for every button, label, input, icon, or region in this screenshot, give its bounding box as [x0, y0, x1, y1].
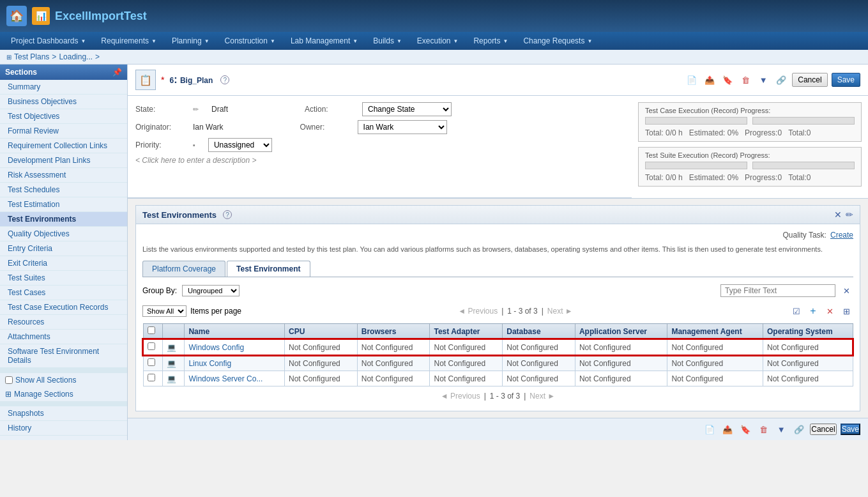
- select-all-icon[interactable]: ☑: [789, 304, 803, 318]
- sidebar-pin-icon[interactable]: 📌: [112, 68, 122, 77]
- next-page-top[interactable]: Next ►: [547, 307, 573, 316]
- cancel-button-top[interactable]: Cancel: [792, 73, 827, 87]
- add-row-icon[interactable]: +: [806, 304, 820, 318]
- export-icon[interactable]: 📤: [703, 73, 717, 87]
- prev-page-bottom[interactable]: ◄ Previous: [441, 392, 480, 401]
- sidebar-item-resources[interactable]: Resources: [0, 315, 127, 330]
- nav-execution[interactable]: Execution ▼: [409, 32, 466, 50]
- row-checkbox[interactable]: [148, 358, 155, 366]
- nav-change-requests[interactable]: Change Requests ▼: [515, 32, 600, 50]
- create-quality-task-link[interactable]: Create: [830, 231, 853, 240]
- sidebar-item-test-schedules[interactable]: Test Schedules: [0, 183, 127, 197]
- chevron-down-icon: ▼: [397, 38, 402, 44]
- row-app-server-cell: Not Configured: [575, 355, 667, 371]
- sidebar-item-requirement-links[interactable]: Requirement Collection Links: [0, 139, 127, 153]
- bookmark-icon[interactable]: 🔖: [720, 73, 735, 87]
- sidebar-item-test-cases[interactable]: Test Cases: [0, 286, 127, 300]
- sidebar-item-software-test-env-details[interactable]: Software Test Environment Details: [0, 344, 127, 368]
- sidebar-item-test-suites[interactable]: Test Suites: [0, 271, 127, 286]
- nav-construction[interactable]: Construction ▼: [217, 32, 283, 50]
- table-header-row: Name CPU Browsers Test Adapter Database …: [143, 324, 853, 340]
- dropdown-icon-bottom[interactable]: ▼: [774, 422, 788, 436]
- sidebar-item-test-objectives[interactable]: Test Objectives: [0, 109, 127, 124]
- export-table-icon[interactable]: ⊞: [839, 304, 853, 318]
- group-by-select[interactable]: Ungrouped: [182, 285, 240, 296]
- action-select[interactable]: Change State: [362, 102, 452, 116]
- select-all-checkbox[interactable]: [148, 326, 155, 334]
- prev-page-top[interactable]: ◄ Previous: [458, 307, 498, 316]
- col-database: Database: [503, 324, 575, 340]
- help-icon[interactable]: ?: [220, 75, 229, 84]
- chevron-down-icon: ▼: [453, 38, 459, 44]
- row-icon-cell: 💻: [163, 355, 185, 371]
- row-name-cell[interactable]: Linux Config: [185, 355, 285, 371]
- description-area[interactable]: < Click here to enter a description >: [135, 156, 624, 165]
- cancel-button-bottom[interactable]: Cancel: [810, 424, 836, 435]
- nav-builds[interactable]: Builds ▼: [365, 32, 409, 50]
- dropdown-icon[interactable]: ▼: [756, 73, 770, 87]
- sidebar-item-test-case-execution-records[interactable]: Test Case Execution Records: [0, 300, 127, 315]
- row-database-cell: Not Configured: [503, 371, 575, 386]
- export-icon-bottom[interactable]: 📤: [720, 422, 735, 436]
- panel-help-icon[interactable]: ?: [223, 210, 232, 219]
- breadcrumb: ⊞ Test Plans > Loading... >: [0, 50, 868, 65]
- close-icon[interactable]: ✕: [834, 210, 842, 220]
- breadcrumb-test-plans[interactable]: Test Plans: [14, 52, 49, 61]
- link-icon[interactable]: 🔗: [774, 73, 788, 87]
- priority-select[interactable]: Unassigned: [208, 138, 272, 152]
- copy-icon-bottom[interactable]: 📄: [703, 422, 717, 436]
- link-icon-bottom[interactable]: 🔗: [792, 422, 806, 436]
- show-all-select[interactable]: Show All: [142, 305, 187, 317]
- owner-select[interactable]: Ian Wark: [358, 120, 447, 134]
- sidebar-item-history[interactable]: History: [0, 421, 127, 436]
- col-mgmt-agent: Management Agent: [667, 324, 763, 340]
- nav-reports[interactable]: Reports ▼: [466, 32, 515, 50]
- sidebar-item-dev-plan-links[interactable]: Development Plan Links: [0, 153, 127, 168]
- save-button-top[interactable]: Save: [832, 73, 860, 87]
- edit-icon[interactable]: ✏: [846, 210, 853, 220]
- sidebar-item-test-environments[interactable]: Test Environments: [0, 212, 127, 227]
- copy-icon[interactable]: 📄: [685, 73, 699, 87]
- table-action-icons: ☑ + ✕ ⊞: [789, 304, 853, 318]
- row-checkbox-cell: [143, 339, 163, 355]
- delete-icon[interactable]: 🗑: [738, 73, 752, 87]
- sidebar-item-test-estimation[interactable]: Test Estimation: [0, 197, 127, 212]
- sidebar-item-summary[interactable]: Summary: [0, 80, 127, 95]
- app-title: ExcellImportTest: [55, 10, 147, 23]
- nav-planning[interactable]: Planning ▼: [164, 32, 217, 50]
- bookmark-icon-bottom[interactable]: 🔖: [738, 422, 752, 436]
- tab-test-environment[interactable]: Test Environment: [227, 261, 310, 277]
- filter-input[interactable]: [720, 284, 835, 297]
- save-button-bottom[interactable]: Save: [841, 424, 860, 435]
- row-name-cell[interactable]: Windows Server Co...: [185, 371, 285, 386]
- col-checkbox: [143, 324, 163, 340]
- sidebar-item-snapshots[interactable]: Snapshots: [0, 406, 127, 421]
- sidebar-item-quality-objectives[interactable]: Quality Objectives: [0, 227, 127, 241]
- next-page-bottom[interactable]: Next ►: [529, 392, 555, 401]
- nav-requirements[interactable]: Requirements ▼: [93, 32, 164, 50]
- pagination-bottom: ◄ Previous | 1 - 3 of 3 | Next ►: [142, 392, 853, 401]
- breadcrumb-loading[interactable]: Loading...: [59, 52, 93, 61]
- sidebar-item-entry-criteria[interactable]: Entry Criteria: [0, 241, 127, 256]
- row-checkbox[interactable]: [148, 342, 155, 350]
- sidebar-show-all[interactable]: Show All Sections: [0, 373, 127, 387]
- state-row: State: ✏ Draft Action: Change State: [135, 102, 624, 116]
- home-icon[interactable]: 🏠: [6, 6, 27, 26]
- sidebar-item-business-objectives[interactable]: Business Objectives: [0, 95, 127, 109]
- nav-project-dashboards[interactable]: Project Dashboards ▼: [3, 32, 93, 50]
- sidebar-manage-sections[interactable]: ⊞ Manage Sections: [0, 387, 127, 401]
- remove-row-icon[interactable]: ✕: [823, 304, 837, 318]
- sidebar-item-formal-review[interactable]: Formal Review: [0, 124, 127, 139]
- row-checkbox[interactable]: [148, 374, 155, 381]
- sidebar-item-exit-criteria[interactable]: Exit Criteria: [0, 256, 127, 271]
- row-cpu-cell: Not Configured: [285, 371, 358, 386]
- sidebar-item-attachments[interactable]: Attachments: [0, 330, 127, 344]
- row-name-cell[interactable]: Windows Config: [185, 339, 285, 355]
- tab-platform-coverage[interactable]: Platform Coverage: [142, 261, 225, 277]
- show-all-checkbox[interactable]: [5, 376, 13, 384]
- row-test-adapter-cell: Not Configured: [430, 371, 503, 386]
- clear-filter-icon[interactable]: ✕: [839, 284, 853, 298]
- nav-lab-management[interactable]: Lab Management ▼: [283, 32, 365, 50]
- delete-icon-bottom[interactable]: 🗑: [756, 422, 770, 436]
- sidebar-item-risk-assessment[interactable]: Risk Assessment: [0, 168, 127, 183]
